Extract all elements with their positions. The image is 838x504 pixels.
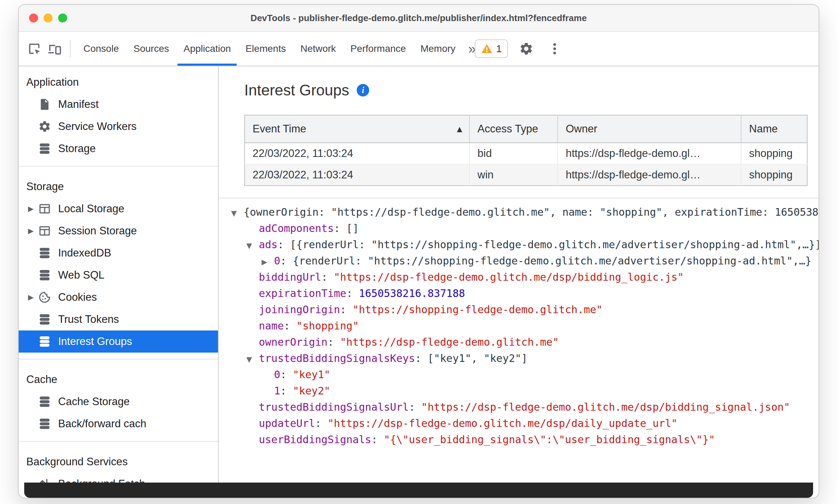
json-tree-row[interactable]: adComponents: [] (219, 220, 819, 236)
sidebar-item-cache-storage[interactable]: Cache Storage (19, 391, 218, 413)
json-plain-text: : (346, 287, 359, 299)
json-string-text: "https://dsp-fledge-demo.glitch.me/dsp/d… (328, 417, 677, 429)
json-tree-row[interactable]: updateUrl: "https://dsp-fledge-demo.glit… (219, 415, 819, 431)
tab-application[interactable]: Application (176, 32, 238, 66)
json-plain-text: : (315, 417, 328, 429)
sidebar-item-interest-groups[interactable]: Interest Groups (19, 330, 218, 353)
sidebar-item-trust-tokens[interactable]: Trust Tokens (19, 308, 218, 330)
sidebar-section-header-cache[interactable]: Cache (19, 366, 218, 391)
json-tree-row[interactable]: joiningOrigin: "https://shopping-fledge-… (219, 301, 819, 318)
json-key-text: ads (259, 239, 277, 251)
triangle-right-icon[interactable]: ▶ (262, 254, 274, 270)
database-icon (37, 394, 52, 409)
tab-performance[interactable]: Performance (343, 32, 413, 66)
cell-name: shopping (741, 143, 807, 164)
toolbar-separator (70, 40, 71, 57)
sidebar-item-label: Manifest (58, 98, 99, 111)
table-header-row: Event Time▲Access TypeOwnerName (245, 115, 807, 143)
json-tree-row[interactable]: expirationTime: 1650538216.837188 (219, 285, 819, 301)
inspect-icon[interactable] (24, 32, 44, 66)
sidebar-item-background-fetch[interactable]: Background Fetch (19, 473, 218, 483)
sidebar-item-label: Session Storage (58, 225, 137, 237)
sidebar-item-cookies[interactable]: ▶Cookies (19, 286, 218, 308)
json-tree-row[interactable]: trustedBiddingSignalsUrl: "https://dsp-f… (219, 399, 819, 415)
chevron-right-icon[interactable]: ▶ (24, 205, 37, 213)
sidebar-item-label: Cookies (58, 291, 97, 304)
json-tree-row[interactable]: ▼ads: [{renderUrl: "https://shopping-fle… (219, 236, 819, 253)
tab-sources[interactable]: Sources (126, 32, 176, 66)
json-plain-text: : (280, 385, 293, 397)
json-plain-text: : (409, 401, 421, 413)
close-window-button[interactable] (29, 13, 38, 22)
database-icon (37, 334, 52, 349)
column-header-owner[interactable]: Owner (558, 115, 741, 143)
json-tree-row[interactable]: 1: "key2" (219, 383, 819, 399)
tab-network[interactable]: Network (293, 32, 343, 66)
json-string-text: "https://dsp-fledge-demo.glitch.me/dsp/b… (421, 401, 790, 413)
database-icon (37, 268, 52, 282)
table-row[interactable]: 22/03/2022, 11:03:24winhttps://dsp-fledg… (245, 164, 807, 186)
sidebar-item-label: Web SQL (58, 269, 104, 281)
column-header-event-time[interactable]: Event Time▲ (245, 115, 470, 143)
sidebar-item-label: Storage (58, 142, 96, 155)
sidebar-section-header-background-services[interactable]: Background Services (19, 448, 218, 473)
chevron-right-icon[interactable]: ▶ (24, 227, 37, 235)
triangle-down-icon[interactable]: ▼ (231, 205, 244, 222)
json-tree-row[interactable]: userBiddingSignals: "{\"user_bidding_sig… (219, 431, 819, 448)
column-header-name[interactable]: Name (741, 115, 807, 143)
sidebar-section-header-application[interactable]: Application (19, 68, 218, 93)
sidebar-item-service-workers[interactable]: Service Workers (19, 115, 218, 138)
panel-header: Interest Groups i (244, 82, 819, 99)
tab-console[interactable]: Console (76, 32, 126, 66)
json-key-text: userBiddingSignals (259, 433, 371, 446)
cell-event-time: 22/03/2022, 11:03:24 (245, 164, 470, 186)
window-titlebar[interactable]: DevTools - publisher-fledge-demo.glitch.… (19, 5, 819, 32)
triangle-down-icon[interactable]: ▼ (246, 352, 259, 368)
json-tree-row[interactable]: biddingUrl: "https://dsp-fledge-demo.gli… (219, 269, 819, 285)
json-tree-row[interactable]: ▼{ownerOrigin: "https://dsp-fledge-demo.… (219, 204, 819, 220)
json-tree-row[interactable]: name: "shopping" (219, 318, 819, 334)
page-title: Interest Groups (244, 82, 349, 99)
devtools-toolbar: ConsoleSourcesApplicationElementsNetwork… (19, 32, 819, 66)
sidebar-item-web-sql[interactable]: Web SQL (19, 264, 218, 286)
cell-owner: https://dsp-fledge-demo.gl… (558, 164, 741, 186)
minimize-window-button[interactable] (44, 13, 53, 22)
cookie-icon (37, 290, 52, 305)
zoom-window-button[interactable] (58, 13, 67, 22)
sidebar-item-local-storage[interactable]: ▶Local Storage (19, 198, 218, 220)
sidebar-item-manifest[interactable]: Manifest (19, 93, 218, 115)
sidebar-item-session-storage[interactable]: ▶Session Storage (19, 220, 218, 242)
sidebar-item-label: IndexedDB (58, 247, 111, 259)
cell-name: shopping (741, 164, 807, 186)
json-key-text: name (259, 320, 284, 332)
issues-warning-badge[interactable]: 1 (475, 39, 508, 58)
sidebar-item-back-forward-cach[interactable]: Back/forward cach (19, 413, 218, 435)
triangle-down-icon[interactable]: ▼ (246, 238, 259, 254)
devtools-content: ApplicationManifestService WorkersStorag… (19, 66, 819, 483)
sort-ascending-icon: ▲ (457, 125, 462, 133)
json-plain-text: {ownerOrigin: "https://dsp-fledge-demo.g… (244, 206, 819, 218)
more-options-icon[interactable] (545, 41, 565, 56)
warning-triangle-icon (481, 43, 493, 55)
json-plain-text: : [] (334, 222, 359, 234)
sidebar-item-indexeddb[interactable]: IndexedDB (19, 242, 218, 264)
table-icon (37, 224, 52, 238)
json-string-text: "https://shopping-fledge-demo.glitch.me" (353, 304, 602, 316)
tab-elements[interactable]: Elements (238, 32, 293, 66)
json-tree-row[interactable]: ownerOrigin: "https://dsp-fledge-demo.gl… (219, 334, 819, 350)
table-icon (37, 202, 52, 216)
settings-gear-icon[interactable] (516, 41, 536, 56)
json-tree-row[interactable]: ▼trustedBiddingSignalsKeys: ["key1", "ke… (219, 350, 819, 366)
json-tree-row[interactable]: 0: "key1" (219, 366, 819, 383)
json-tree-row[interactable]: ▶0: {renderUrl: "https://shopping-fledge… (219, 253, 819, 269)
tab-memory[interactable]: Memory (413, 32, 463, 66)
sidebar-section-header-storage[interactable]: Storage (19, 173, 218, 198)
json-plain-text: : {renderUrl: "https://shopping-fledge-d… (280, 255, 811, 267)
device-toolbar-icon[interactable] (44, 32, 64, 66)
chevron-right-icon[interactable]: ▶ (24, 293, 37, 301)
info-icon[interactable]: i (357, 84, 369, 96)
column-header-access-type[interactable]: Access Type (470, 115, 558, 143)
cell-access-type: win (470, 164, 558, 186)
table-row[interactable]: 22/03/2022, 11:03:24bidhttps://dsp-fledg… (245, 143, 807, 164)
sidebar-item-storage[interactable]: Storage (19, 138, 218, 160)
